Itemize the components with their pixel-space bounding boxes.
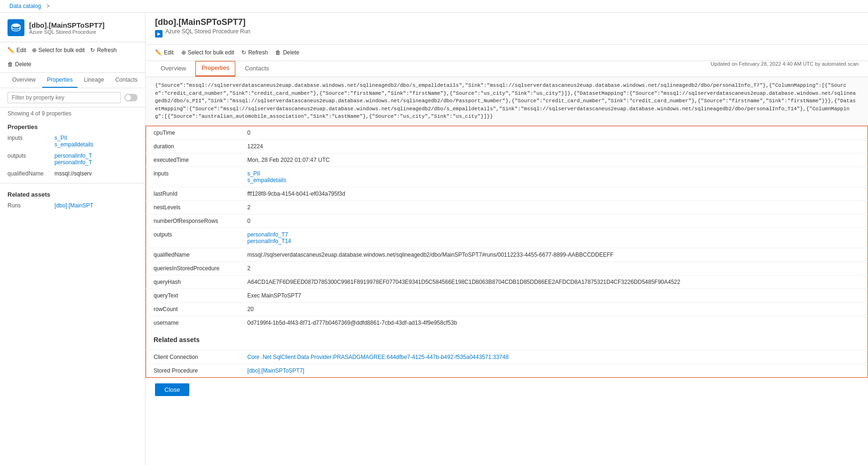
sidebar-run-link[interactable]: [dbo].[MainSPT (54, 202, 93, 209)
sidebar-edit-button[interactable]: ✏️ Edit (8, 46, 26, 54)
prop-key-queriesInStoredProcedure: queriesInStoredProcedure (146, 261, 240, 275)
prop-val-lastRunId: fff128f8-9cba-4154-b041-ef034a795f3d (240, 187, 868, 200)
content-panel: [dbo].[MainSPToSPT7] ▶ Azure SQL Stored … (146, 13, 868, 465)
json-block: {"Source":"mssql://sqlserverdatascaneus2… (146, 77, 868, 126)
prop-key-numberOfResponseRows: numberOfResponseRows (146, 214, 240, 228)
filter-input[interactable] (8, 92, 121, 103)
content-title: [dbo].[MainSPToSPT7] (155, 17, 859, 27)
prop-link[interactable]: s_empalldetails (248, 177, 860, 183)
sidebar-tabs: Overview Properties Lineage Contacts Re (0, 73, 145, 88)
content-subtitle-row: ▶ Azure SQL Stored Procedure Run (155, 28, 859, 39)
refresh-icon-content: ↻ (241, 49, 246, 56)
prop-key-queryText: queryText (146, 289, 240, 302)
prop-val-qualifiedName: mssql://sqlserverdatascaneus2euap.databa… (240, 248, 868, 261)
sidebar-delete-button[interactable]: 🗑 Delete (8, 60, 31, 69)
table-row: inputss_PIIs_empalldetails (146, 167, 868, 187)
prop-val-inputs[interactable]: s_PIIs_empalldetails (240, 167, 868, 187)
prop-key-duration: duration (146, 139, 240, 153)
prop-key-executedTime: executedTime (146, 153, 240, 167)
sidebar-input-s-empall[interactable]: s_empalldetails (54, 141, 93, 148)
close-button[interactable]: Close (155, 383, 189, 396)
related-cc-value[interactable]: Core .Net SqlClient Data Provider:PRASAD… (248, 354, 509, 360)
sidebar-prop-outputs: outputs personalInfo_T personalInfo_T (0, 150, 145, 168)
filter-toggle[interactable] (124, 94, 138, 101)
content-tabs: Overview Properties Contacts Updated on … (146, 61, 868, 77)
content-select-bulk-button[interactable]: ⊕ Select for bulk edit (181, 48, 234, 57)
related-sp-key: Stored Procedure (146, 364, 240, 377)
prop-val-executedTime: Mon, 28 Feb 2022 01:07:47 UTC (240, 153, 868, 167)
sidebar-output-t14[interactable]: personalInfo_T (54, 159, 92, 166)
delete-icon-content: 🗑 (275, 49, 281, 56)
table-row: username0d7199f4-1b5d-4f43-8f71-d777b046… (146, 316, 868, 329)
table-row: queriesInStoredProcedure2 (146, 261, 868, 275)
prop-val-nestLevels: 2 (240, 200, 868, 214)
sidebar-subtitle: Azure SQL Stored Procedure (29, 29, 105, 35)
prop-key-outputs: outputs (146, 228, 240, 248)
prop-key-rowCount: rowCount (146, 302, 240, 316)
sidebar-panel: [dbo].[MainSPToSPT7] Azure SQL Stored Pr… (0, 13, 146, 465)
db-icon (8, 19, 24, 36)
svg-point-0 (12, 23, 20, 27)
sidebar-tab-lineage[interactable]: Lineage (79, 73, 109, 88)
sidebar-prop-qualifiedname: qualifiedName mssql://sqlserv (0, 168, 145, 179)
updated-text: Updated on February 28, 2022 4:40 AM UTC… (711, 61, 859, 76)
delete-icon: 🗑 (8, 61, 13, 68)
prop-key-cpuTime: cpuTime (146, 126, 240, 139)
table-row: nestLevels2 (146, 200, 868, 214)
edit-icon: ✏️ (8, 47, 15, 53)
sidebar-properties-title: Properties (0, 120, 145, 132)
content-tab-overview[interactable]: Overview (155, 61, 192, 76)
prop-link[interactable]: personalInfo_T14 (248, 238, 860, 244)
sidebar-refresh-button[interactable]: ↻ Refresh (90, 46, 116, 54)
table-row: queryTextExec MainSPToSPT7 (146, 289, 868, 302)
related-assets-section: Related assets Client Connection Core .N… (146, 329, 868, 378)
table-row: executedTimeMon, 28 Feb 2022 01:07:47 UT… (146, 153, 868, 167)
prop-val-queryText: Exec MainSPToSPT7 (240, 289, 868, 302)
content-refresh-button[interactable]: ↻ Refresh (241, 48, 268, 57)
prop-val-cpuTime: 0 (240, 126, 868, 139)
prop-link[interactable]: s_PII (248, 170, 860, 177)
prop-val-username: 0d7199f4-1b5d-4f43-8f71-d777b0467369@ddf… (240, 316, 868, 329)
sidebar-toolbar: ✏️ Edit ⊕ Select for bulk edit ↻ Refresh… (0, 42, 145, 73)
sidebar-output-t7[interactable]: personalInfo_T (54, 152, 92, 159)
sidebar-count: Showing 4 of 9 properties (0, 107, 145, 120)
content-header: [dbo].[MainSPToSPT7] ▶ Azure SQL Stored … (146, 13, 868, 45)
sidebar-input-s-pii[interactable]: s_PII (54, 135, 93, 141)
content-toolbar: ✏️ Edit ⊕ Select for bulk edit ↻ Refresh… (146, 45, 868, 61)
related-sp-value[interactable]: [dbo].[MainSPToSPT7] (248, 367, 304, 374)
sidebar-header: [dbo].[MainSPToSPT7] Azure SQL Stored Pr… (0, 13, 145, 42)
sidebar-related-title: Related assets (0, 187, 145, 200)
sidebar-select-bulk-button[interactable]: ⊕ Select for bulk edit (32, 46, 85, 54)
edit-icon-content: ✏️ (155, 49, 162, 56)
content-body[interactable]: {"Source":"mssql://sqlserverdatascaneus2… (146, 77, 868, 465)
related-cc-key: Client Connection (146, 350, 240, 364)
prop-key-queryHash: queryHash (146, 275, 240, 289)
content-tab-contacts[interactable]: Contacts (239, 61, 274, 76)
prop-val-duration: 12224 (240, 139, 868, 153)
breadcrumb-link[interactable]: Data catalog (9, 3, 41, 9)
table-row: cpuTime0 (146, 126, 868, 139)
prop-link[interactable]: personalInfo_T7 (248, 231, 860, 238)
sidebar-prop-inputs: inputs s_PII s_empalldetails (0, 132, 145, 150)
content-edit-button[interactable]: ✏️ Edit (155, 48, 174, 57)
prop-val-outputs[interactable]: personalInfo_T7personalInfo_T14 (240, 228, 868, 248)
sidebar-title: [dbo].[MainSPToSPT7] (29, 21, 105, 29)
content-delete-button[interactable]: 🗑 Delete (275, 48, 299, 57)
content-tab-properties[interactable]: Properties (195, 61, 235, 76)
prop-key-lastRunId: lastRunId (146, 187, 240, 200)
sidebar-tab-overview[interactable]: Overview (8, 73, 40, 88)
table-row: duration12224 (146, 139, 868, 153)
prop-key-qualifiedName: qualifiedName (146, 248, 240, 261)
plus-circle-icon: ⊕ (32, 47, 37, 53)
refresh-icon: ↻ (90, 47, 95, 53)
sidebar-tab-contacts[interactable]: Contacts (110, 73, 142, 88)
prop-key-inputs: inputs (146, 167, 240, 187)
prop-key-nestLevels: nestLevels (146, 200, 240, 214)
sidebar-tab-properties[interactable]: Properties (42, 73, 78, 88)
prop-val-rowCount: 20 (240, 302, 868, 316)
table-row: queryHashA64CD1AE7F6D9EED087D785300C9981… (146, 275, 868, 289)
sidebar-divider (0, 183, 145, 183)
sidebar-related-runs: Runs [dbo].[MainSPT (0, 200, 145, 211)
related-assets-title: Related assets (154, 336, 860, 343)
table-row: qualifiedNamemssql://sqlserverdatascaneu… (146, 248, 868, 261)
